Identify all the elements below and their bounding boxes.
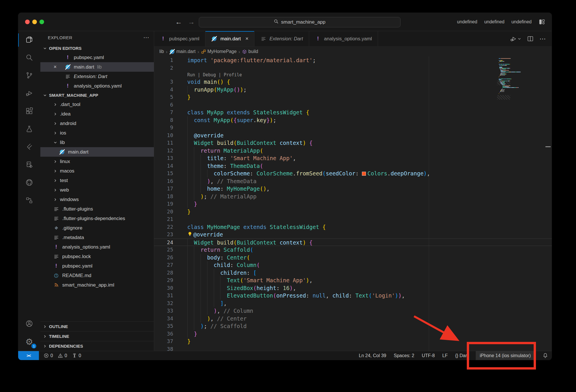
tree-file-analysis-options-yaml[interactable]: !analysis_options.yaml bbox=[40, 242, 154, 252]
activity-flutter[interactable] bbox=[18, 138, 40, 156]
open-editor-item[interactable]: !analysis_options.yaml bbox=[40, 81, 154, 91]
tree-file--gitignore[interactable]: .gitignore bbox=[40, 223, 154, 233]
tree-folder-linux[interactable]: linux bbox=[40, 157, 154, 166]
status-warning-count[interactable]: 0 bbox=[58, 353, 67, 358]
tree-folder-web[interactable]: web bbox=[40, 185, 154, 195]
status-tower-count[interactable]: 0 bbox=[72, 353, 81, 358]
code-line[interactable]: 14 theme: ThemeData( bbox=[154, 162, 552, 170]
back-icon[interactable]: ← bbox=[175, 18, 182, 26]
forward-icon[interactable]: → bbox=[188, 18, 195, 26]
code-line[interactable]: 9 bbox=[154, 124, 552, 132]
code-line[interactable]: 22class MyHomePage extends StatelessWidg… bbox=[154, 223, 552, 231]
code-line[interactable]: 5} bbox=[154, 93, 552, 101]
code-line[interactable]: 24 Widget build(BuildContext context) { bbox=[154, 238, 552, 246]
code-line[interactable]: 31 ElevatedButton(onPressed: null, child… bbox=[154, 292, 552, 300]
activity-project-manager[interactable] bbox=[18, 156, 40, 174]
tree-file-pubspec-lock[interactable]: pubspec.lock bbox=[40, 252, 154, 261]
more-actions-icon[interactable]: ⋯ bbox=[539, 35, 546, 43]
code-line[interactable]: 12 return MaterialApp( bbox=[154, 147, 552, 155]
activity-accounts[interactable] bbox=[18, 315, 40, 333]
code-line[interactable]: 35 ); // Scaffold bbox=[154, 322, 552, 330]
zoom-button[interactable] bbox=[39, 20, 44, 24]
section-timeline[interactable]: TIMELINE bbox=[40, 331, 154, 341]
code-line[interactable]: 13 title: 'Smart Machine App', bbox=[154, 154, 552, 162]
code-line[interactable]: 23@override bbox=[154, 231, 552, 238]
activity-explorer[interactable] bbox=[18, 31, 40, 49]
tree-file--flutter-plugins[interactable]: .flutter-plugins bbox=[40, 204, 154, 214]
code-line[interactable]: 7class MyApp extends StatelessWidget { bbox=[154, 109, 552, 116]
minimap[interactable] bbox=[499, 58, 537, 95]
status-ln-24-col-39[interactable]: Ln 24, Col 39 bbox=[359, 351, 386, 360]
tree-folder-android[interactable]: android bbox=[40, 119, 154, 128]
code-line[interactable]: 6 bbox=[154, 101, 552, 109]
tab-Extension-Dart[interactable]: Extension: Dart bbox=[254, 31, 309, 46]
tree-folder-ios[interactable]: ios bbox=[40, 128, 154, 138]
tab-main-dart[interactable]: main.dart× bbox=[205, 31, 254, 46]
breadcrumb-item-MyHomePage[interactable]: MyHomePage bbox=[201, 49, 237, 54]
open-editor-item[interactable]: ×main.dartlib bbox=[40, 62, 154, 72]
run-or-debug-icon[interactable] bbox=[510, 35, 521, 42]
code-line[interactable]: 10 @override bbox=[154, 132, 552, 139]
section-outline[interactable]: OUTLINE bbox=[40, 321, 154, 331]
tree-folder-lib[interactable]: lib bbox=[40, 138, 154, 147]
tree-folder-windows[interactable]: windows bbox=[40, 195, 154, 204]
code-line[interactable]: 8 const MyApp({super.key}); bbox=[154, 116, 552, 124]
code-line[interactable]: 15 colorScheme: ColorScheme.fromSeed(see… bbox=[154, 170, 552, 177]
code-line[interactable]: 28 children: [ bbox=[154, 269, 552, 277]
open-editor-item[interactable]: !pubspec.yaml bbox=[40, 53, 154, 62]
remote-indicator[interactable]: >< bbox=[18, 351, 39, 360]
lightbulb-icon[interactable] bbox=[187, 231, 192, 238]
code-line[interactable]: 26 body: Center( bbox=[154, 254, 552, 262]
breadcrumb-item-build[interactable]: build bbox=[242, 49, 258, 54]
code-line[interactable]: 1import 'package:flutter/material.dart'; bbox=[154, 56, 552, 64]
tree-folder--dart-tool[interactable]: .dart_tool bbox=[40, 100, 154, 109]
tree-file-smart-machine-app-iml[interactable]: smart_machine_app.iml bbox=[40, 280, 154, 290]
customize-layout-icon[interactable] bbox=[539, 18, 545, 25]
code-line[interactable]: 11 Widget build(BuildContext context) { bbox=[154, 139, 552, 147]
code-line[interactable]: 25 return Scaffold( bbox=[154, 246, 552, 254]
status--dart[interactable]: {} Dart bbox=[455, 351, 468, 360]
code-line[interactable]: 19 } bbox=[154, 200, 552, 208]
code-line[interactable]: 4 runApp(MyApp()); bbox=[154, 86, 552, 94]
tree-folder--idea[interactable]: .idea bbox=[40, 109, 154, 119]
activity-settings[interactable]: ⚙1 bbox=[18, 333, 40, 351]
tree-file-main-dart[interactable]: main.dart bbox=[40, 147, 154, 157]
code-line[interactable]: 2 bbox=[154, 64, 552, 72]
code-line[interactable]: 33 ), // Column bbox=[154, 307, 552, 315]
code-line[interactable]: 21 bbox=[154, 215, 552, 223]
activity-source-control[interactable] bbox=[18, 67, 40, 85]
tree-folder-macos[interactable]: macos bbox=[40, 166, 154, 176]
close-icon[interactable]: × bbox=[54, 64, 57, 70]
toggle-secondary-sidebar-icon[interactable]: undefined bbox=[511, 19, 532, 24]
code-line[interactable]: 18 ); // MaterialApp bbox=[154, 193, 552, 200]
activity-extensions[interactable] bbox=[18, 103, 40, 120]
command-center-search[interactable]: smart_machine_app bbox=[199, 17, 401, 27]
code-editor[interactable]: 1import 'package:flutter/material.dart';… bbox=[154, 56, 552, 351]
activity-github[interactable] bbox=[18, 174, 40, 192]
breadcrumb-item-main-dart[interactable]: main.dart bbox=[169, 49, 196, 54]
codelens[interactable]: Run | Debug | Profile bbox=[154, 72, 552, 78]
status-error-count[interactable]: 0 bbox=[44, 353, 53, 358]
tree-file-README-md[interactable]: README.md bbox=[40, 271, 154, 280]
tab-pubspec-yaml[interactable]: !pubspec.yaml bbox=[154, 31, 205, 46]
minimize-button[interactable] bbox=[32, 20, 37, 24]
status-lf[interactable]: LF bbox=[442, 351, 448, 360]
toggle-primary-sidebar-icon[interactable]: undefined bbox=[457, 19, 477, 24]
activity-search[interactable] bbox=[18, 49, 40, 67]
window-controls[interactable] bbox=[25, 20, 44, 24]
section-project[interactable]: SMART_MACHINE_APP bbox=[40, 91, 154, 100]
code-line[interactable]: 20} bbox=[154, 208, 552, 216]
tree-file--flutter-plugins-dependencies[interactable]: .flutter-plugins-dependencies bbox=[40, 214, 154, 223]
code-line[interactable]: 32 ], bbox=[154, 300, 552, 307]
open-editor-item[interactable]: Extension: Dart bbox=[40, 72, 154, 81]
tree-folder-test[interactable]: test bbox=[40, 176, 154, 185]
codelens-actions[interactable]: Run | Debug | Profile bbox=[187, 72, 552, 78]
close-icon[interactable]: × bbox=[245, 36, 249, 42]
explorer-more-actions-icon[interactable]: ⋯ bbox=[143, 34, 149, 41]
breadcrumb-item-lib[interactable]: lib bbox=[159, 49, 164, 54]
activity-run-debug[interactable] bbox=[18, 85, 40, 103]
code-line[interactable]: 17 home: MyHomePage(), bbox=[154, 185, 552, 193]
code-line[interactable]: 29 Text('Smart Machine App'), bbox=[154, 277, 552, 284]
status-utf-8[interactable]: UTF-8 bbox=[422, 351, 435, 360]
code-line[interactable]: 3void main() { bbox=[154, 78, 552, 86]
